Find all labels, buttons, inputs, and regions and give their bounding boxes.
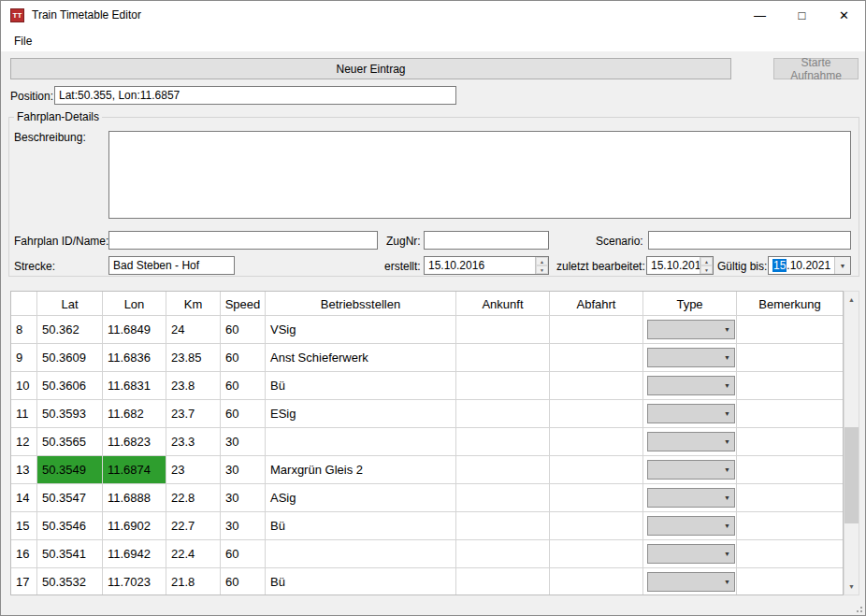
cell-bemerkung[interactable] (737, 400, 844, 428)
cell-lon[interactable]: 11.682 (103, 400, 166, 428)
cell-lon[interactable]: 11.6902 (103, 512, 166, 540)
cell-ankunft[interactable] (456, 400, 550, 428)
cell-speed[interactable]: 60 (221, 400, 266, 428)
column-header-type[interactable]: Type (643, 292, 737, 316)
type-dropdown[interactable]: ▼ (647, 544, 735, 564)
erstellt-datepicker[interactable]: 15.10.2016 ▲ ▼ (424, 256, 549, 275)
zugnr-input[interactable] (424, 231, 549, 250)
cell-km[interactable]: 23.8 (166, 372, 221, 400)
cell-speed[interactable]: 60 (221, 372, 266, 400)
cell-ankunft[interactable] (456, 540, 550, 568)
chevron-down-icon[interactable]: ▼ (834, 257, 850, 274)
maximize-button[interactable]: □ (781, 1, 823, 29)
column-header-lon[interactable]: Lon (103, 292, 166, 316)
cell-speed[interactable]: 60 (221, 344, 266, 372)
cell-km[interactable]: 24 (166, 316, 221, 344)
column-header-rownum[interactable] (11, 292, 37, 316)
cell-lon[interactable]: 11.7023 (103, 568, 166, 595)
cell-speed[interactable]: 30 (221, 428, 266, 456)
cell-km[interactable]: 23.3 (166, 428, 221, 456)
strecke-input[interactable] (108, 256, 235, 275)
cell-abfahrt[interactable] (550, 344, 643, 372)
cell-betriebsstellen[interactable]: Bü (266, 372, 456, 400)
cell-lat[interactable]: 50.3565 (37, 428, 103, 456)
type-dropdown[interactable]: ▼ (647, 488, 735, 508)
cell-type[interactable]: ▼ (643, 484, 737, 512)
cell-speed[interactable]: 60 (221, 540, 266, 568)
cell-ankunft[interactable] (456, 428, 550, 456)
cell-speed[interactable]: 60 (221, 316, 266, 344)
column-header-speed[interactable]: Speed (221, 292, 266, 316)
gueltig-datepicker[interactable]: 15.10.2021 ▼ (768, 256, 851, 275)
scrollbar-thumb[interactable] (844, 427, 859, 523)
grid-vertical-scrollbar[interactable]: ▲ ▼ (844, 291, 859, 595)
cell-lat[interactable]: 50.3593 (37, 400, 103, 428)
cell-abfahrt[interactable] (550, 512, 643, 540)
cell-km[interactable]: 21.8 (166, 568, 221, 595)
close-button[interactable]: ✕ (823, 1, 865, 29)
row-number[interactable]: 9 (11, 344, 37, 372)
beschreibung-textarea[interactable] (108, 131, 851, 219)
cell-betriebsstellen[interactable]: ASig (266, 484, 456, 512)
cell-betriebsstellen[interactable] (266, 428, 456, 456)
cell-type[interactable]: ▼ (643, 428, 737, 456)
type-dropdown[interactable]: ▼ (647, 516, 735, 536)
cell-betriebsstellen[interactable]: Marxgrün Gleis 2 (266, 456, 456, 484)
type-dropdown[interactable]: ▼ (647, 432, 735, 451)
type-dropdown[interactable]: ▼ (647, 376, 735, 395)
cell-km[interactable]: 23.7 (166, 400, 221, 428)
cell-lon[interactable]: 11.6831 (103, 372, 166, 400)
type-dropdown[interactable]: ▼ (647, 572, 735, 592)
cell-bemerkung[interactable] (737, 428, 844, 456)
column-header-abfahrt[interactable]: Abfahrt (550, 292, 643, 316)
cell-abfahrt[interactable] (550, 400, 643, 428)
type-dropdown[interactable]: ▼ (647, 320, 735, 339)
cell-type[interactable]: ▼ (643, 540, 737, 568)
cell-betriebsstellen[interactable]: ESig (266, 400, 456, 428)
cell-ankunft[interactable] (456, 372, 550, 400)
cell-lat[interactable]: 50.3609 (37, 344, 103, 372)
cell-betriebsstellen[interactable]: Bü (266, 568, 456, 595)
cell-ankunft[interactable] (456, 512, 550, 540)
cell-lat[interactable]: 50.3541 (37, 540, 103, 568)
cell-ankunft[interactable] (456, 316, 550, 344)
cell-speed[interactable]: 60 (221, 568, 266, 595)
cell-type[interactable]: ▼ (643, 344, 737, 372)
cell-lon[interactable]: 11.6942 (103, 540, 166, 568)
row-number[interactable]: 12 (11, 428, 37, 456)
cell-lon[interactable]: 11.6874 (103, 456, 166, 484)
row-number[interactable]: 17 (11, 568, 37, 595)
column-header-lat[interactable]: Lat (37, 292, 103, 316)
type-dropdown[interactable]: ▼ (647, 348, 735, 367)
cell-speed[interactable]: 30 (221, 484, 266, 512)
position-input[interactable] (54, 86, 456, 105)
cell-abfahrt[interactable] (550, 456, 643, 484)
cell-abfahrt[interactable] (550, 568, 643, 595)
cell-abfahrt[interactable] (550, 540, 643, 568)
row-number[interactable]: 15 (11, 512, 37, 540)
cell-type[interactable]: ▼ (643, 568, 737, 595)
menu-file[interactable]: File (10, 33, 36, 50)
cell-ankunft[interactable] (456, 484, 550, 512)
column-header-betriebsstellen[interactable]: Betriebsstellen (266, 292, 456, 316)
row-number[interactable]: 11 (11, 400, 37, 428)
cell-lon[interactable]: 11.6836 (103, 344, 166, 372)
cell-bemerkung[interactable] (737, 372, 844, 400)
cell-lat[interactable]: 50.362 (37, 316, 103, 344)
scroll-down-icon[interactable]: ▼ (844, 579, 859, 595)
cell-lat[interactable]: 50.3549 (37, 456, 103, 484)
neuer-eintrag-button[interactable]: Neuer Eintrag (10, 58, 731, 79)
resize-grip[interactable] (853, 603, 862, 612)
fahrplan-id-input[interactable] (108, 231, 378, 250)
cell-speed[interactable]: 30 (221, 456, 266, 484)
cell-km[interactable]: 22.7 (166, 512, 221, 540)
cell-lat[interactable]: 50.3546 (37, 512, 103, 540)
spin-down-icon[interactable]: ▼ (700, 265, 713, 274)
column-header-km[interactable]: Km (166, 292, 221, 316)
row-number[interactable]: 8 (11, 316, 37, 344)
spin-down-icon[interactable]: ▼ (536, 265, 548, 274)
column-header-bemerkung[interactable]: Bemerkung (737, 292, 844, 316)
cell-lat[interactable]: 50.3547 (37, 484, 103, 512)
cell-bemerkung[interactable] (737, 512, 844, 540)
type-dropdown[interactable]: ▼ (647, 404, 735, 423)
